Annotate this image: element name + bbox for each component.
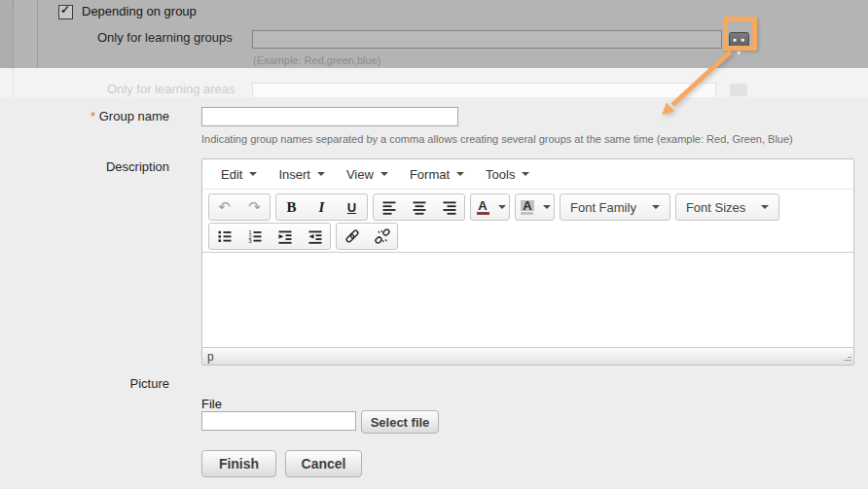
bullet-list-button[interactable] [209, 224, 239, 249]
chevron-down-icon [380, 172, 388, 176]
depending-on-group-checkbox[interactable]: ✓ [58, 5, 73, 19]
chevron-down-icon [498, 205, 506, 209]
chevron-down-icon [522, 172, 529, 176]
redo-icon: ↷ [248, 199, 261, 215]
depending-on-group-label: Depending on group [82, 4, 197, 18]
menu-edit[interactable]: Edit [210, 163, 268, 186]
numbered-list-button[interactable]: 123 [239, 224, 270, 249]
indent-icon [277, 228, 293, 244]
undo-icon: ↶ [218, 199, 231, 215]
example-hint: (Example: Red,green,blue) [253, 54, 380, 66]
svg-text:3: 3 [248, 238, 251, 244]
indent-button[interactable] [270, 224, 300, 249]
panel-divider [37, 0, 38, 68]
file-label: File [201, 397, 222, 411]
learning-areas-label: Only for learning areas [107, 82, 235, 96]
annotation-highlight-box [723, 17, 757, 51]
description-editor: Edit Insert View Format Tools ↶ ↷ B I U [201, 158, 854, 366]
outdent-icon [307, 228, 323, 244]
panel-edge-handle [0, 0, 14, 68]
learning-groups-label: Only for learning groups [97, 30, 233, 45]
finish-button[interactable]: Finish [201, 450, 276, 477]
unlink-icon [375, 228, 390, 244]
background-color-icon: A [521, 200, 533, 215]
underline-button[interactable]: U [337, 194, 367, 220]
chevron-down-icon [652, 205, 660, 209]
element-path: p [207, 350, 214, 364]
menu-insert[interactable]: Insert [268, 163, 336, 186]
align-right-button[interactable] [434, 194, 464, 220]
outdent-button[interactable] [300, 224, 330, 249]
align-center-icon [412, 199, 427, 215]
learning-groups-input[interactable] [252, 30, 722, 49]
file-input[interactable] [201, 411, 356, 431]
align-left-icon [381, 199, 397, 215]
screen: ✓ Depending on group Only for learning g… [0, 0, 868, 489]
chevron-down-icon [317, 172, 325, 176]
align-center-button[interactable] [404, 194, 434, 220]
undo-button[interactable]: ↶ [209, 194, 239, 220]
remove-link-button[interactable] [367, 224, 397, 249]
menu-view[interactable]: View [336, 163, 399, 186]
checkmark-icon: ✓ [60, 3, 70, 17]
italic-icon: I [319, 199, 325, 216]
text-color-menu-button[interactable] [494, 194, 509, 220]
bullet-list-icon [217, 228, 233, 244]
align-left-button[interactable] [374, 194, 404, 220]
editor-toolbar: ↶ ↷ B I U [202, 190, 853, 253]
panel-edge-handle-faded [0, 68, 14, 97]
font-family-dropdown[interactable]: Font Family [561, 194, 669, 220]
editor-menubar: Edit Insert View Format Tools [202, 159, 853, 190]
picture-label: Picture [0, 376, 169, 391]
chevron-down-icon [543, 205, 551, 209]
chevron-down-icon [456, 172, 464, 176]
bold-icon: B [286, 199, 296, 216]
cancel-button[interactable]: Cancel [285, 450, 362, 477]
chevron-down-icon [249, 172, 257, 176]
menu-format[interactable]: Format [399, 163, 475, 186]
required-asterisk: * [90, 109, 95, 123]
underline-icon: U [347, 200, 356, 215]
group-name-hint: Indicating group names separated by a co… [201, 133, 793, 145]
font-sizes-dropdown[interactable]: Font Sizes [676, 194, 778, 220]
group-name-label: * Group name [0, 109, 169, 123]
insert-link-button[interactable] [337, 224, 367, 249]
text-color-icon: A [477, 200, 489, 215]
numbered-list-icon: 123 [247, 228, 263, 244]
link-icon [344, 228, 360, 244]
description-label: Description [0, 159, 169, 174]
background-color-button[interactable]: A [516, 194, 539, 220]
learning-areas-input-faded [252, 83, 716, 97]
italic-button[interactable]: I [307, 194, 337, 220]
redo-button[interactable]: ↷ [239, 194, 270, 220]
editor-statusbar: p [202, 347, 853, 365]
faded-form-strip: Only for learning areas [0, 68, 868, 97]
group-name-input[interactable] [201, 107, 458, 126]
select-file-button[interactable]: Select file [361, 410, 439, 434]
text-color-button[interactable]: A [471, 194, 494, 220]
chevron-down-icon [761, 205, 769, 209]
resize-handle-icon[interactable] [842, 354, 851, 363]
align-right-icon [442, 199, 457, 215]
background-color-menu-button[interactable] [539, 194, 554, 220]
choose-areas-button-faded [730, 84, 747, 96]
bold-button[interactable]: B [276, 194, 307, 220]
editor-content-area[interactable] [202, 253, 853, 347]
menu-tools[interactable]: Tools [475, 163, 540, 186]
